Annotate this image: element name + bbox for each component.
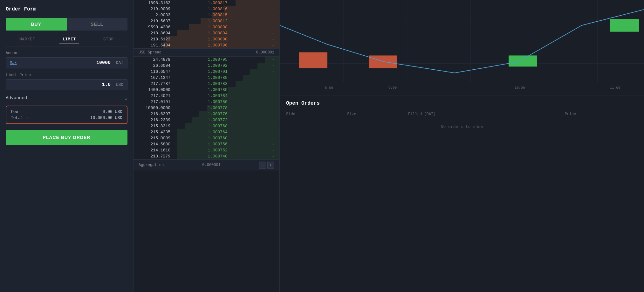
order-type-tabs: MARKET LIMIT STOP (6, 35, 127, 46)
buy-size: 214.5880 (139, 142, 170, 147)
buy-price: 1.000795 (202, 57, 234, 62)
buy-size: 217.7787 (139, 81, 170, 86)
buy-row: 1400.0000 1.000785 - (134, 87, 279, 93)
candle-2 (369, 55, 397, 68)
buy-row: 217.0191 1.000780 - (134, 99, 279, 105)
sell-price: 1.000817 (202, 1, 234, 5)
advanced-row[interactable]: Advanced ⌄ (6, 95, 127, 101)
total-value: 10,000.00 USD (90, 115, 122, 120)
buy-size: 216.2339 (139, 118, 170, 122)
sell-button[interactable]: SELL (67, 18, 128, 31)
col-size: Size (347, 111, 408, 119)
buy-price: 1.000791 (202, 69, 234, 74)
tab-stop[interactable]: STOP (100, 35, 117, 44)
sell-size: 1898.3162 (139, 1, 170, 5)
buy-size: 213.7279 (139, 154, 170, 159)
price-currency: USD (114, 82, 123, 87)
buy-size: 216.6297 (139, 112, 170, 116)
amount-label: Amount (6, 51, 127, 55)
fee-label: Fee ≈ (11, 109, 23, 114)
buy-size: 214.1610 (139, 148, 170, 153)
buy-size: 10000.0000 (139, 106, 170, 110)
sell-row: 219.5637 1.000812 - (134, 18, 279, 24)
no-orders-text: No orders to show (286, 119, 638, 135)
buy-row: 215.4235 1.000764 - (134, 129, 279, 135)
buy-size: 215.8319 (139, 124, 170, 129)
chart-area: 8:00 9:00 10:00 11:00 (280, 0, 644, 95)
total-row: Total ≈ 10,000.00 USD (11, 115, 122, 120)
buy-row: 214.1610 1.000752 - (134, 147, 279, 153)
buy-rows: 24.4878 1.000795 - 26.6004 1.000792 - 11… (134, 57, 279, 159)
sell-row: 191.5484 1.000796 - (134, 42, 279, 48)
price-value: 1.0 (10, 82, 111, 87)
aggregation-decrease-button[interactable]: − (259, 162, 266, 169)
max-link[interactable]: Max (10, 61, 19, 65)
tab-limit[interactable]: LIMIT (59, 35, 79, 44)
sell-row: 219.9009 1.000816 - (134, 6, 279, 12)
aggregation-label: Aggregation (139, 163, 164, 167)
candle-1 (299, 52, 327, 68)
aggregation-value: 0.000001 (202, 163, 221, 167)
buy-size: 215.0089 (139, 136, 170, 141)
candle-4 (610, 19, 639, 32)
order-form-title: Order Form (6, 6, 127, 12)
buy-row: 116.6547 1.000791 - (134, 69, 279, 75)
buy-row: 167.1347 1.000789 - (134, 75, 279, 81)
right-panel: 8:00 9:00 10:00 11:00 Open Orders Side S… (280, 0, 644, 292)
sell-row: 9590.4286 1.000808 - (134, 24, 279, 30)
limit-price-field-group: Limit Price 1.0 USD (6, 73, 127, 90)
fee-summary-box: Fee ≈ 0.00 USD Total ≈ 10,000.00 USD (6, 106, 127, 124)
buy-row: 213.7279 1.000748 - (134, 153, 279, 159)
order-form-panel: Order Form BUY SELL MARKET LIMIT STOP Am… (0, 0, 134, 292)
open-orders-section: Open Orders Side Size Filled (DAI) Price… (280, 95, 644, 292)
buy-row: 24.4878 1.000795 - (134, 57, 279, 63)
candle-3 (509, 55, 537, 66)
spread-label: USD Spread (139, 50, 161, 55)
buy-size: 26.6004 (139, 63, 170, 68)
x-label-11: 11:00 (610, 86, 620, 90)
sell-row: 2.0033 1.000815 - (134, 12, 279, 18)
buy-row: 214.5880 1.000756 - (134, 141, 279, 147)
buy-price: 1.000789 (202, 75, 234, 80)
buy-row: 215.8319 1.000768 - (134, 123, 279, 129)
buy-size: 116.6547 (139, 69, 170, 74)
buy-row: 215.0089 1.000760 - (134, 135, 279, 141)
tab-market[interactable]: MARKET (16, 35, 38, 44)
limit-price-label: Limit Price (6, 73, 127, 77)
col-side: Side (286, 111, 347, 119)
buy-size: 1400.0000 (139, 87, 170, 92)
buy-button[interactable]: BUY (6, 18, 67, 31)
buy-size: 215.4235 (139, 130, 170, 135)
sell-size: 9590.4286 (139, 25, 170, 30)
col-price: Price (565, 111, 638, 119)
aggregation-increase-button[interactable]: + (267, 162, 274, 169)
spread-value: 0.000001 (256, 50, 274, 55)
buy-sell-toggle: BUY SELL (6, 18, 127, 31)
buy-price: 1.000788 (202, 81, 234, 86)
col-filled: Filled (DAI) (408, 111, 565, 119)
amount-value: 10000 (19, 60, 111, 66)
buy-row: 26.6004 1.000792 - (134, 63, 279, 69)
fee-value: 0.00 USD (103, 109, 122, 114)
buy-row: 217.7787 1.000788 - (134, 81, 279, 87)
buy-size: 167.1347 (139, 75, 170, 80)
place-order-button[interactable]: PLACE BUY ORDER (6, 130, 127, 145)
sell-row: 218.8694 1.000804 - (134, 30, 279, 36)
sell-row: 218.5123 1.000800 - (134, 36, 279, 42)
price-input-row: 1.0 USD (6, 79, 127, 90)
amount-input-row: Max 10000 DAI (6, 57, 127, 68)
buy-row: 216.6297 1.000776 - (134, 111, 279, 117)
x-label-8: 8:00 (325, 86, 333, 90)
sell-rows: 1898.3162 1.000817 - 219.9009 1.000816 -… (134, 0, 279, 48)
orderbook-rows: 1898.3162 1.000817 - 219.9009 1.000816 -… (134, 0, 279, 292)
open-orders-title: Open Orders (286, 101, 638, 106)
advanced-label: Advanced (6, 95, 27, 101)
buy-size: 217.4021 (139, 94, 170, 98)
sell-size: 2.0033 (139, 13, 170, 17)
buy-row: 217.4021 1.000784 - (134, 93, 279, 99)
price-chart: 8:00 9:00 10:00 11:00 (280, 0, 644, 95)
amount-field-group: Amount Max 10000 DAI (6, 51, 127, 68)
buy-size: 24.4878 (139, 57, 170, 62)
fee-row: Fee ≈ 0.00 USD (11, 109, 122, 114)
chevron-down-icon: ⌄ (124, 95, 127, 101)
